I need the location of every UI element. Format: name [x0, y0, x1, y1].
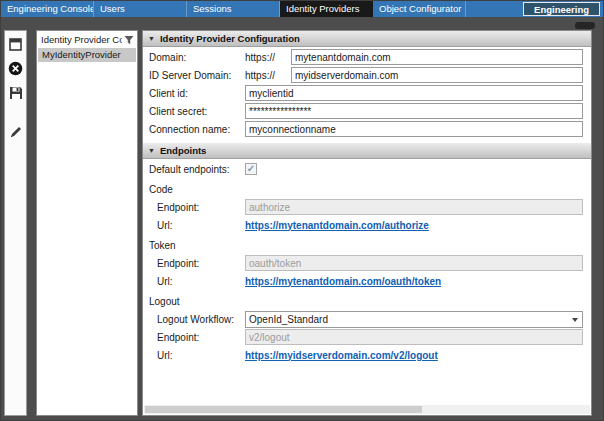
tab-engineering-mode[interactable]: Engineering — [523, 2, 600, 16]
identity-provider-list-panel: Identity Provider Conf MyIdentityProvide… — [36, 30, 138, 416]
group-title-token: Token — [149, 239, 583, 253]
delete-icon[interactable] — [7, 60, 24, 77]
side-toolbar — [4, 30, 27, 416]
field-row-logout-workflow: Logout Workflow: OpenId_Standard — [157, 311, 583, 327]
logout-workflow-value: OpenId_Standard — [249, 314, 328, 325]
section-title: Endpoints — [160, 145, 206, 156]
group-title-logout: Logout — [149, 295, 583, 309]
field-row-logout-url: Url: https://myidserverdomain.com/v2/log… — [157, 347, 583, 363]
chevron-down-icon — [572, 318, 578, 322]
field-row-logout-endpoint: Endpoint: — [157, 329, 583, 345]
list-panel-title: Identity Provider Conf — [41, 34, 122, 45]
client-secret-input[interactable] — [245, 103, 583, 119]
section-title: Identity Provider Configuration — [160, 33, 300, 44]
token-url-label: Url: — [157, 276, 245, 287]
connection-name-input[interactable] — [245, 121, 583, 137]
connection-name-label: Connection name: — [149, 124, 245, 135]
tab-sessions[interactable]: Sessions — [187, 1, 280, 17]
horizontal-scrollbar-thumb[interactable] — [145, 406, 422, 413]
default-endpoints-label: Default endpoints: — [149, 164, 245, 175]
logout-workflow-label: Logout Workflow: — [157, 314, 245, 325]
token-endpoint-label: Endpoint: — [157, 258, 245, 269]
field-row-code-endpoint: Endpoint: — [157, 199, 583, 215]
save-icon[interactable] — [7, 84, 24, 101]
splitter-handle[interactable] — [575, 22, 595, 29]
field-row-connection-name: Connection name: — [149, 121, 583, 137]
code-endpoint-input — [245, 199, 583, 215]
domain-prefix: https:// — [245, 52, 291, 63]
client-secret-label: Client secret: — [149, 106, 245, 117]
id-server-domain-input[interactable] — [291, 67, 583, 83]
domain-input[interactable] — [291, 49, 583, 65]
field-row-token-url: Url: https://mytenantdomain.com/oauth/to… — [157, 273, 583, 289]
horizontal-scrollbar[interactable] — [144, 405, 590, 414]
logout-endpoint-input — [245, 329, 583, 345]
list-panel-header: Identity Provider Conf — [37, 31, 137, 48]
field-row-code-url: Url: https://mytenantdomain.com/authoriz… — [157, 217, 583, 233]
code-endpoint-label: Endpoint: — [157, 202, 245, 213]
tab-object-configurator[interactable]: Object Configurator — [373, 1, 466, 17]
field-row-token-endpoint: Endpoint: — [157, 255, 583, 271]
field-row-domain: Domain: https:// — [149, 49, 583, 65]
token-url-link[interactable]: https://mytenantdomain.com/oauth/token — [245, 276, 441, 287]
token-endpoint-input — [245, 255, 583, 271]
code-url-link[interactable]: https://mytenantdomain.com/authorize — [245, 220, 429, 231]
tab-engineering-console[interactable]: Engineering Console — [1, 1, 94, 17]
group-title-code: Code — [149, 183, 583, 197]
top-tab-bar: Engineering Console Users Sessions Ident… — [1, 1, 603, 17]
client-id-input[interactable] — [245, 85, 583, 101]
edit-icon[interactable] — [7, 123, 24, 140]
list-item-identity-provider[interactable]: MyIdentityProvider — [38, 48, 136, 62]
window-icon[interactable] — [7, 36, 24, 53]
field-row-client-secret: Client secret: — [149, 103, 583, 119]
logout-url-label: Url: — [157, 350, 245, 361]
funnel-icon[interactable] — [124, 35, 134, 45]
config-panel: Identity Provider Configuration Domain: … — [142, 30, 592, 416]
tab-identity-providers[interactable]: Identity Providers — [280, 1, 373, 17]
section-header-configuration[interactable]: Identity Provider Configuration — [143, 31, 591, 47]
default-endpoints-checkbox[interactable] — [245, 163, 257, 175]
logout-url-link[interactable]: https://myidserverdomain.com/v2/logout — [245, 350, 438, 361]
logout-endpoint-label: Endpoint: — [157, 332, 245, 343]
domain-label: Domain: — [149, 52, 245, 63]
logout-workflow-select[interactable]: OpenId_Standard — [245, 311, 583, 328]
code-url-label: Url: — [157, 220, 245, 231]
id-server-domain-prefix: https:// — [245, 70, 291, 81]
field-row-client-id: Client id: — [149, 85, 583, 101]
client-id-label: Client id: — [149, 88, 245, 99]
id-server-domain-label: ID Server Domain: — [149, 70, 245, 81]
field-row-default-endpoints: Default endpoints: — [149, 161, 583, 177]
field-row-id-server-domain: ID Server Domain: https:// — [149, 67, 583, 83]
section-header-endpoints[interactable]: Endpoints — [143, 143, 591, 159]
tab-users[interactable]: Users — [94, 1, 187, 17]
app-window: Engineering Console Users Sessions Ident… — [0, 0, 604, 421]
